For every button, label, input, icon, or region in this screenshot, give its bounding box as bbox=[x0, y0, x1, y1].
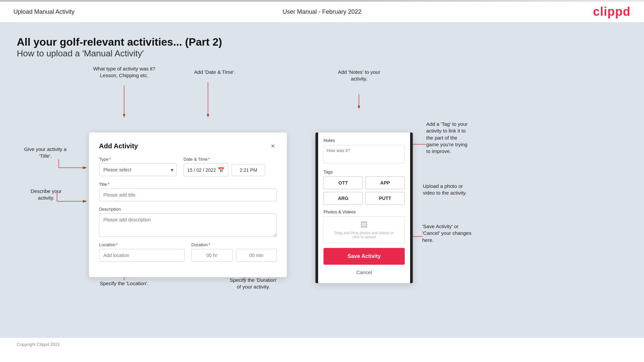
type-select-wrapper: Please select ▾ bbox=[99, 163, 177, 176]
calendar-icon: 📅 bbox=[218, 167, 225, 173]
dialog-header: Add Activity × bbox=[99, 142, 277, 150]
tags-grid: OTT APP ARG PUTT bbox=[324, 176, 405, 205]
type-group: Type* Please select ▾ bbox=[99, 157, 177, 176]
annotation-title: Give your activity a 'Title'. bbox=[18, 146, 72, 160]
heading-normal: How to upload a 'Manual Activity' bbox=[17, 48, 627, 59]
title-input[interactable] bbox=[99, 189, 277, 201]
duration-min-input[interactable] bbox=[236, 249, 277, 262]
duration-label: Duration* bbox=[191, 242, 277, 247]
upload-icon: 🖼 bbox=[360, 221, 368, 229]
location-input[interactable] bbox=[99, 249, 185, 262]
datetime-label: Date & Time* bbox=[184, 157, 277, 162]
tag-putt[interactable]: PUTT bbox=[365, 192, 405, 205]
annotation-save-cancel: 'Save Activity' or 'Cancel' your changes… bbox=[422, 223, 503, 244]
annotation-upload: Upload a photo or video to the activity. bbox=[423, 183, 500, 197]
svg-marker-17 bbox=[357, 106, 360, 109]
location-label: Location* bbox=[99, 242, 185, 247]
date-input[interactable]: 15 / 02 / 2022 📅 bbox=[184, 163, 229, 176]
close-button[interactable]: × bbox=[269, 142, 277, 150]
location-group: Location* bbox=[99, 242, 185, 262]
annotation-activity-type: What type of activity was it? Lesson, Ch… bbox=[84, 65, 164, 79]
svg-marker-6 bbox=[83, 166, 87, 169]
notes-section-label: Notes bbox=[324, 138, 405, 143]
description-group: Description bbox=[99, 207, 277, 237]
duration-hr-input[interactable] bbox=[191, 249, 233, 262]
upload-area[interactable]: 🖼 Drag and Drop photos and videos or cli… bbox=[324, 216, 405, 243]
tags-section: Tags OTT APP ARG PUTT bbox=[324, 169, 405, 205]
page-title-center: User Manual - February 2022 bbox=[283, 8, 361, 15]
svg-marker-9 bbox=[83, 200, 87, 203]
duration-inputs bbox=[191, 249, 277, 262]
type-label: Type* bbox=[99, 157, 177, 162]
title-group: Title* bbox=[99, 182, 277, 201]
annotation-tag: Add a 'Tag' to your activity to link it … bbox=[426, 121, 503, 155]
duration-group-wrap: Duration* bbox=[191, 242, 277, 262]
cancel-button[interactable]: Cancel bbox=[324, 268, 405, 276]
annotation-duration: Specify the 'Duration' of your activity. bbox=[215, 277, 292, 291]
logo: clippd bbox=[593, 5, 631, 19]
date-time-inputs: 15 / 02 / 2022 📅 2:21 PM bbox=[184, 163, 277, 176]
date-value: 15 / 02 / 2022 bbox=[187, 167, 216, 173]
tag-ott[interactable]: OTT bbox=[324, 176, 363, 189]
time-input[interactable]: 2:21 PM bbox=[232, 164, 265, 176]
type-select[interactable]: Please select bbox=[99, 163, 177, 176]
annotation-location: Specify the 'Location'. bbox=[89, 280, 159, 287]
upload-text: Drag and Drop photos and videos or click… bbox=[334, 231, 394, 239]
tags-label: Tags bbox=[324, 169, 405, 174]
annotation-date-time: Add 'Date & Time'. bbox=[181, 69, 248, 75]
heading-bold: All your golf-relevant activities... (Pa… bbox=[17, 36, 627, 48]
form-row-type-datetime: Type* Please select ▾ Date & Time* bbox=[99, 157, 277, 176]
annotation-notes: Add 'Notes' to your activity. bbox=[329, 69, 389, 83]
svg-marker-1 bbox=[123, 114, 126, 117]
datetime-group: Date & Time* 15 / 02 / 2022 📅 2:21 PM bbox=[184, 157, 277, 176]
copyright-text: Copyright Clippd 2021 bbox=[17, 342, 60, 347]
form-row-location-duration: Location* Duration* bbox=[99, 242, 277, 262]
svg-marker-3 bbox=[207, 114, 209, 117]
add-activity-dialog: Add Activity × Type* Please select ▾ bbox=[89, 133, 287, 277]
save-activity-button[interactable]: Save Activity bbox=[324, 248, 405, 265]
tag-arg[interactable]: ARG bbox=[324, 192, 363, 205]
photos-section: Photos & Videos 🖼 Drag and Drop photos a… bbox=[324, 209, 405, 243]
main-content: All your golf-relevant activities... (Pa… bbox=[0, 22, 644, 338]
phone-panel: Notes Tags OTT APP ARG PUTT Photos & Vid… bbox=[315, 133, 413, 283]
dialog-title: Add Activity bbox=[99, 142, 138, 150]
page-title-left: Upload Manual Activity bbox=[13, 8, 75, 15]
page-heading: All your golf-relevant activities... (Pa… bbox=[17, 36, 627, 59]
notes-textarea[interactable] bbox=[324, 145, 405, 163]
photos-label: Photos & Videos bbox=[324, 209, 405, 214]
tag-app[interactable]: APP bbox=[365, 176, 405, 189]
description-label: Description bbox=[99, 207, 277, 212]
title-label: Title* bbox=[99, 182, 277, 187]
top-bar: Upload Manual Activity User Manual - Feb… bbox=[0, 0, 644, 22]
diagram-area: What type of activity was it? Lesson, Ch… bbox=[17, 62, 627, 290]
footer: Copyright Clippd 2021 bbox=[0, 338, 644, 351]
description-input[interactable] bbox=[99, 213, 277, 237]
annotation-describe: Describe your activity. bbox=[20, 188, 72, 202]
